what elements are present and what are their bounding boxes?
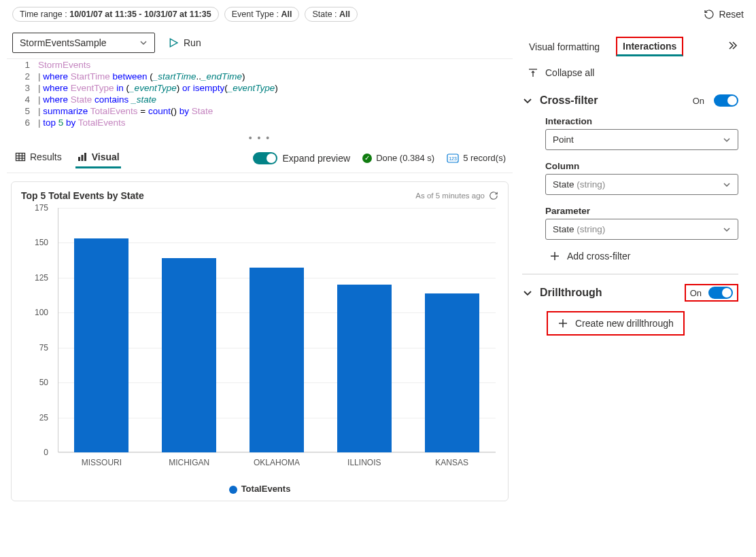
svg-rect-0 <box>16 154 25 161</box>
chevron-down-icon <box>723 226 731 234</box>
parameter-dropdown[interactable]: State (string) <box>545 219 738 240</box>
crossfilter-on-label: On <box>693 96 704 106</box>
time-range-label: Time range : <box>20 10 69 19</box>
run-label: Run <box>184 37 201 48</box>
chart-card: Top 5 Total Events by State As of 5 minu… <box>11 181 509 501</box>
event-type-filter[interactable]: Event Type : All <box>224 7 300 22</box>
resize-handle[interactable]: • • • <box>7 128 513 145</box>
chart-asof: As of 5 minutes ago <box>415 192 485 200</box>
tab-interactions[interactable]: Interactions <box>616 37 683 56</box>
x-tick-label: MICHIGAN <box>145 458 233 467</box>
y-tick-label: 125 <box>35 273 48 283</box>
reset-icon <box>704 9 715 20</box>
y-tick-label: 0 <box>44 448 48 457</box>
svg-text:123: 123 <box>449 156 457 161</box>
crossfilter-toggle[interactable] <box>714 94 738 107</box>
chart-bar[interactable] <box>337 285 392 452</box>
drillthrough-title: Drillthrough <box>540 287 678 299</box>
x-tick-label: MISSOURI <box>58 458 145 467</box>
chevron-down-icon <box>723 181 731 189</box>
time-range-filter[interactable]: Time range : 10/01/07 at 11:35 - 10/31/0… <box>12 7 219 22</box>
query-status: ✓ Done (0.384 s) <box>362 153 434 163</box>
parameter-type: (string) <box>577 224 605 234</box>
line-number: 5 <box>7 105 38 117</box>
query-editor[interactable]: 1StormEvents 2| where StartTime between … <box>7 58 513 128</box>
chevron-double-right-icon <box>727 40 738 51</box>
y-tick-label: 175 <box>35 203 48 213</box>
time-range-value: 10/01/07 at 11:35 - 10/31/07 at 11:35 <box>69 10 211 19</box>
refresh-icon[interactable] <box>489 191 498 200</box>
interaction-dropdown[interactable]: Point <box>545 129 738 150</box>
chart-bar[interactable] <box>425 293 479 453</box>
tab-results[interactable]: Results <box>14 147 63 168</box>
expand-preview-toggle[interactable] <box>253 152 277 164</box>
event-type-value: All <box>281 10 292 19</box>
collapse-all-label: Collapse all <box>545 67 594 78</box>
svg-rect-6 <box>81 155 83 161</box>
x-tick-label: KANSAS <box>408 458 496 467</box>
x-tick-label: OKLAHOMA <box>233 458 321 467</box>
y-tick-label: 75 <box>39 343 48 353</box>
divider <box>522 274 738 274</box>
reset-label: Reset <box>719 9 744 20</box>
chevron-down-icon <box>522 287 533 298</box>
collapse-all-button[interactable]: Collapse all <box>522 63 738 88</box>
event-type-label: Event Type : <box>232 10 281 19</box>
scope-dropdown[interactable]: StormEventsSample <box>12 33 155 53</box>
y-tick-label: 50 <box>39 378 48 387</box>
add-crossfilter-label: Add cross-filter <box>567 251 630 262</box>
legend-swatch <box>229 486 237 494</box>
run-button[interactable]: Run <box>166 33 204 52</box>
parameter-label: Parameter <box>522 202 738 219</box>
tab-visual-formatting[interactable]: Visual formatting <box>528 39 601 55</box>
line-number: 2 <box>7 71 38 82</box>
state-label: State : <box>312 10 339 19</box>
drillthrough-section-header[interactable]: Drillthrough On <box>522 277 738 307</box>
line-number: 4 <box>7 94 38 105</box>
chart-bar[interactable] <box>250 268 304 452</box>
interaction-value: Point <box>553 134 574 145</box>
status-text: Done (0.384 s) <box>376 153 434 163</box>
column-label: Column <box>522 157 738 174</box>
records-icon: 123 <box>447 154 459 163</box>
line-number: 1 <box>7 59 38 71</box>
plus-icon <box>557 318 568 329</box>
chevron-down-icon <box>522 95 533 106</box>
chart-bar[interactable] <box>74 238 128 452</box>
line-number: 3 <box>7 82 38 94</box>
crossfilter-section-header[interactable]: Cross-filter On <box>522 88 738 112</box>
column-dropdown[interactable]: State (string) <box>545 174 738 195</box>
add-crossfilter-button[interactable]: Add cross-filter <box>522 247 738 271</box>
tab-visual-label: Visual <box>92 151 120 162</box>
check-icon: ✓ <box>362 154 372 163</box>
y-tick-label: 25 <box>39 413 48 423</box>
scope-value: StormEventsSample <box>20 37 107 48</box>
chart-legend: TotalEvents <box>21 480 498 495</box>
expand-preview-label: Expand preview <box>283 153 351 164</box>
column-type: (string) <box>577 179 605 190</box>
chevron-down-icon <box>723 136 731 144</box>
tab-results-label: Results <box>30 151 62 162</box>
chart-bars <box>58 208 496 452</box>
create-drillthrough-button[interactable]: Create new drillthrough <box>547 311 685 336</box>
interaction-label: Interaction <box>522 112 738 129</box>
record-count: 123 5 record(s) <box>447 153 506 163</box>
crossfilter-title: Cross-filter <box>540 94 686 107</box>
svg-rect-5 <box>78 157 80 161</box>
legend-label: TotalEvents <box>241 484 291 494</box>
record-count-text: 5 record(s) <box>463 153 506 163</box>
expand-panel-button[interactable] <box>727 40 738 53</box>
create-drillthrough-label: Create new drillthrough <box>575 318 674 329</box>
drillthrough-toggle[interactable] <box>708 287 733 299</box>
chart-bar[interactable] <box>162 258 216 452</box>
drillthrough-on-label: On <box>690 288 702 298</box>
plus-icon <box>549 251 560 262</box>
y-axis: 0255075100125150175 <box>21 208 52 452</box>
y-tick-label: 150 <box>35 238 48 247</box>
tab-visual[interactable]: Visual <box>75 147 121 168</box>
chevron-down-icon <box>139 39 148 47</box>
state-filter[interactable]: State : All <box>305 7 358 22</box>
reset-button[interactable]: Reset <box>704 9 744 20</box>
state-value: All <box>339 10 350 19</box>
chart-title: Top 5 Total Events by State <box>21 190 415 201</box>
